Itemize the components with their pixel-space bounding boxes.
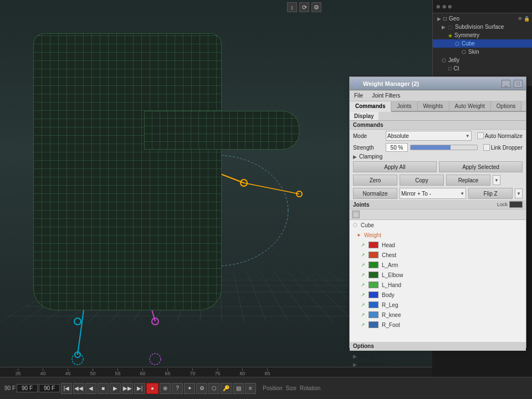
joints-add-btn[interactable]: ⊕ — [352, 211, 360, 218]
lock-toggle[interactable] — [509, 201, 523, 208]
tool-btn-5[interactable]: ⬡ — [208, 383, 219, 394]
tool-btn-4[interactable]: ⚙ — [196, 383, 207, 394]
scene-item-ct[interactable]: □ Ct — [433, 64, 532, 73]
skin-icon: ⬡ — [462, 49, 466, 55]
rotation-label: Rotation — [300, 385, 320, 391]
auto-normalize-checkbox[interactable]: ✓ — [477, 132, 484, 139]
scene-item-symmetry[interactable]: ◈ Symmetry — [433, 31, 532, 39]
replace-dropdown[interactable]: ▼ — [493, 175, 500, 185]
replace-btn[interactable]: Replace — [446, 175, 490, 186]
subdiv-icon: ⬚ — [448, 24, 453, 30]
scene-item-skin[interactable]: ⬡ Skin — [433, 48, 532, 56]
joint-row-l-hand[interactable]: ↗ L_Hand — [350, 280, 526, 290]
wm-app-icon: ⬡ — [353, 79, 360, 88]
viewport-icon-2[interactable]: ⟳ — [299, 2, 309, 12]
joints-tree: ⬡ Cube ✦ Weight ↗ Head ↗ Chest ↗ L_Arm ↗ — [350, 220, 526, 342]
tab-commands[interactable]: Commands — [350, 101, 391, 112]
viewport-icon-3[interactable]: ⚙ — [311, 2, 321, 12]
options-section-title: Options — [350, 342, 526, 351]
wm-menu-joint-filters[interactable]: Joint Filters — [370, 92, 402, 99]
clamping-expand[interactable]: ▶ — [353, 154, 357, 160]
link-dropper-checkbox[interactable]: ✓ — [483, 144, 490, 151]
mirror-option-label: Mirror — [359, 353, 374, 359]
frame-input-2[interactable] — [39, 384, 60, 392]
record-btn[interactable]: ● — [146, 383, 158, 394]
play-back-btn[interactable]: ◀ — [85, 383, 96, 394]
wm-maximize-btn[interactable]: □ — [514, 80, 523, 88]
tab-weights[interactable]: Weights — [418, 101, 449, 111]
frame-input-1[interactable] — [17, 384, 38, 392]
scene-item-geo[interactable]: ▶ □ Geo 👁 🔒 — [433, 14, 532, 23]
joint-row-l-elbow[interactable]: ↗ L_Elbow — [350, 270, 526, 280]
tab-joints[interactable]: Joints — [391, 101, 417, 111]
stop-btn[interactable]: ■ — [98, 383, 109, 394]
l-arm-color-swatch — [369, 262, 378, 268]
strength-slider[interactable] — [410, 145, 478, 150]
joint-weight-label: Weight — [364, 232, 381, 238]
tool-btn-8[interactable]: ≡ — [245, 383, 256, 394]
l-hand-bone-icon: ↗ — [361, 282, 365, 288]
joint-row-weight[interactable]: ✦ Weight — [350, 230, 526, 240]
mirror-expand[interactable]: ▶ — [353, 354, 357, 359]
frame-display: 90 F — [4, 385, 16, 391]
flipz-dropdown[interactable]: ▼ — [515, 188, 523, 198]
r-leg-color-swatch — [369, 301, 378, 308]
tool-btn-2[interactable]: ? — [172, 383, 183, 394]
chest-color-swatch — [369, 252, 378, 258]
copy-btn[interactable]: Copy — [400, 175, 444, 186]
tool-btn-7[interactable]: ▤ — [233, 383, 244, 394]
r-knee-bone-icon: ↗ — [361, 312, 365, 318]
scene-item-jelly[interactable]: ⬡ Jelly — [433, 56, 532, 64]
timeline-controls: 90 F |◀ ◀◀ ◀ ■ ▶ ▶▶ ▶| ● ⊕ ? ✦ ⚙ ⬡ 🔑 ▤ ≡ — [4, 383, 256, 394]
joint-row-head[interactable]: ↗ Head — [350, 240, 526, 250]
joint-row-r-knee[interactable]: ↗ R_knee — [350, 310, 526, 320]
wm-menubar: File Joint Filters — [350, 90, 526, 101]
joint-row-r-leg[interactable]: ↗ R_Leg — [350, 300, 526, 310]
ct-icon: □ — [448, 66, 451, 71]
play-fwd-btn[interactable]: ▶ — [110, 383, 121, 394]
joint-body-label: Body — [382, 292, 395, 298]
tool-btn-1[interactable]: ⊕ — [160, 383, 171, 394]
mode-dropdown[interactable]: Absolute ▼ — [386, 131, 472, 141]
zero-btn[interactable]: Zero — [353, 175, 397, 186]
joint-row-r-foot[interactable]: ↗ R_Foot — [350, 320, 526, 330]
goto-start-btn[interactable]: |◀ — [61, 383, 72, 394]
step-back-btn[interactable]: ◀◀ — [73, 383, 84, 394]
joint-row-chest[interactable]: ↗ Chest — [350, 250, 526, 260]
subtab-display[interactable]: Display — [350, 112, 378, 120]
goto-end-btn[interactable]: ▶| — [134, 383, 145, 394]
l-elbow-color-swatch — [369, 272, 378, 278]
scene-item-cube[interactable]: ⬡ Cube — [433, 39, 532, 48]
joint-l-elbow-label: L_Elbow — [382, 272, 403, 278]
lock-label: Lock — [497, 202, 508, 207]
normalize-btn[interactable]: Normalize — [353, 188, 397, 199]
tab-options[interactable]: Options — [491, 101, 521, 111]
geo-icon: □ — [443, 16, 447, 22]
strength-row: Strength ✓ Link Dropper — [350, 142, 526, 153]
joint-l-arm-label: L_Arm — [382, 262, 398, 268]
apply-selected-btn[interactable]: Apply Selected — [439, 161, 523, 172]
head-bone-icon: ↗ — [361, 242, 365, 248]
eye-icon[interactable]: 👁 — [518, 16, 523, 22]
wm-menu-file[interactable]: File — [352, 92, 365, 99]
ruler-65: 65 — [155, 369, 180, 376]
apply-all-btn[interactable]: Apply All — [353, 161, 437, 172]
viewport-icon-1[interactable]: ↕ — [287, 2, 297, 12]
tool-btn-3[interactable]: ✦ — [184, 383, 195, 394]
scene-item-subdivision[interactable]: ▶ ⬚ Subdivision Surface — [433, 23, 532, 31]
joints-header: Joints Lock — [350, 200, 526, 209]
step-fwd-btn[interactable]: ▶▶ — [122, 383, 133, 394]
joint-row-l-arm[interactable]: ↗ L_Arm — [350, 260, 526, 270]
wm-minimize-btn[interactable]: _ — [502, 80, 510, 88]
smoothing-expand[interactable]: ▶ — [353, 362, 357, 367]
scene-tree: ▶ □ Geo 👁 🔒 ▶ ⬚ Subdivision Surface ◈ Sy… — [433, 13, 532, 74]
lock-icon[interactable]: 🔒 — [524, 16, 530, 22]
tool-btn-6[interactable]: 🔑 — [221, 383, 232, 394]
mirror-value: Mirror + To - — [401, 191, 431, 197]
flip-z-btn[interactable]: Flip Z — [468, 188, 513, 199]
tab-auto-weight[interactable]: Auto Weight — [449, 101, 491, 111]
strength-input[interactable] — [386, 143, 408, 152]
joint-row-cube[interactable]: ⬡ Cube — [350, 220, 526, 230]
joint-row-body[interactable]: ↗ Body — [350, 290, 526, 300]
mirror-dropdown[interactable]: Mirror + To - ▼ — [400, 188, 466, 199]
